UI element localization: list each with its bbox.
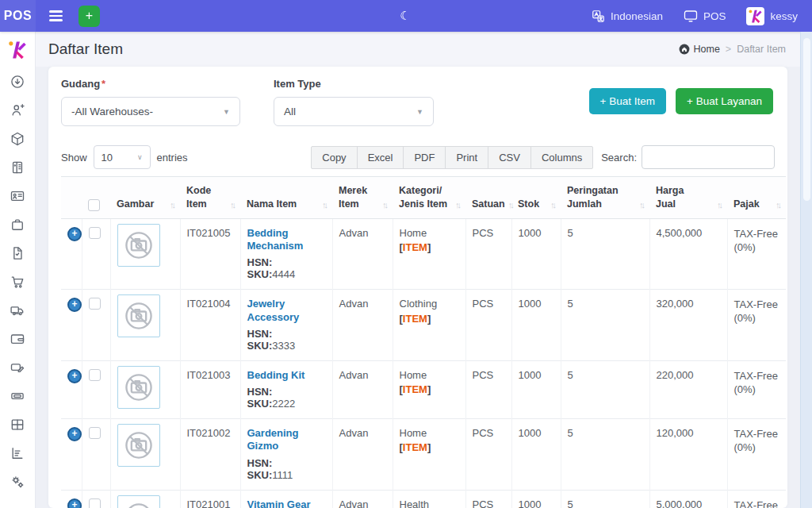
sidebar-item-tag-edit[interactable] bbox=[3, 353, 32, 382]
item-code: IT021002 bbox=[187, 427, 231, 439]
sidebar-item-document[interactable] bbox=[3, 239, 32, 267]
hamburger-menu-icon[interactable] bbox=[44, 4, 67, 28]
sidebar-item-grid[interactable] bbox=[3, 410, 32, 439]
export-csv-button[interactable]: CSV bbox=[488, 146, 531, 169]
item-sku: SKU:1111 bbox=[247, 469, 326, 482]
item-name-link[interactable]: Gardening Gizmo bbox=[247, 427, 299, 452]
item-name-link[interactable]: Jewelry Accessory bbox=[247, 298, 300, 322]
create-service-button[interactable]: + Buat Layanan bbox=[676, 88, 773, 114]
item-stock: 1000 bbox=[519, 227, 542, 239]
export-columns-button[interactable]: Columns bbox=[530, 146, 593, 169]
table-row: IT021004 Jewelry Accessory HSN: SKU:3333… bbox=[61, 290, 786, 361]
column-header[interactable]: Stok bbox=[511, 177, 561, 219]
sidebar-item-id-card[interactable] bbox=[3, 182, 32, 210]
column-header[interactable]: Harga Jual bbox=[649, 177, 727, 219]
expand-row-button[interactable] bbox=[67, 369, 82, 383]
required-asterisk: * bbox=[102, 78, 105, 90]
brand-logo[interactable]: POS bbox=[0, 0, 36, 32]
item-image-placeholder[interactable] bbox=[117, 224, 160, 267]
column-header[interactable]: Kode Item bbox=[180, 177, 240, 219]
user-add-icon bbox=[10, 102, 25, 118]
row-checkbox[interactable] bbox=[89, 498, 101, 508]
wallet-icon bbox=[10, 331, 25, 347]
sidebar-item-user-add[interactable] bbox=[3, 96, 32, 125]
row-checkbox[interactable] bbox=[89, 227, 101, 239]
item-sku: SKU:4444 bbox=[247, 268, 326, 281]
page-size-select[interactable]: 10∨ bbox=[94, 145, 151, 169]
sidebar-item-ticket[interactable] bbox=[3, 382, 32, 410]
item-unit: PCS bbox=[473, 498, 494, 508]
items-table: GambarKode ItemNama ItemMerek ItemKatego… bbox=[61, 176, 786, 508]
sort-icon bbox=[382, 197, 386, 211]
item-name-link[interactable]: Bedding Mechanism bbox=[247, 227, 304, 252]
sort-icon bbox=[322, 197, 326, 211]
item-category: Clothing bbox=[400, 298, 459, 310]
sidebar-nav bbox=[3, 67, 32, 496]
sidebar-item-truck[interactable] bbox=[3, 296, 32, 325]
id-card-icon bbox=[10, 188, 25, 204]
export-pdf-button[interactable]: PDF bbox=[403, 146, 446, 169]
export-print-button[interactable]: Print bbox=[445, 146, 488, 169]
sidebar-item-cart[interactable] bbox=[3, 267, 32, 296]
chevron-down-icon: ▼ bbox=[416, 108, 423, 116]
app-logo[interactable] bbox=[6, 39, 29, 61]
item-category: Home bbox=[400, 227, 459, 240]
item-image-placeholder[interactable] bbox=[117, 366, 160, 409]
sidebar-item-report[interactable] bbox=[3, 439, 32, 468]
no-image-icon bbox=[121, 370, 156, 405]
sort-icon bbox=[717, 197, 721, 211]
create-item-button[interactable]: + Buat Item bbox=[589, 88, 666, 114]
column-header[interactable]: Satuan bbox=[465, 177, 511, 219]
select-all-checkbox[interactable] bbox=[88, 199, 100, 211]
warehouse-select[interactable]: -All Warehouses-▼ bbox=[61, 97, 240, 126]
expand-row-button[interactable] bbox=[67, 298, 82, 312]
column-header[interactable]: Pajak bbox=[727, 177, 786, 219]
document-icon bbox=[10, 245, 25, 261]
row-checkbox[interactable] bbox=[89, 369, 101, 381]
language-switcher[interactable]: Indonesian bbox=[592, 10, 663, 23]
column-header[interactable]: Nama Item bbox=[240, 177, 332, 219]
dark-mode-toggle-icon[interactable] bbox=[393, 0, 417, 32]
sidebar-item-download-circle[interactable] bbox=[3, 67, 32, 96]
column-header[interactable]: Peringatan Jumlah bbox=[561, 177, 649, 219]
user-menu[interactable]: kessy bbox=[746, 7, 798, 25]
export-excel-button[interactable]: Excel bbox=[357, 146, 404, 169]
breadcrumb: Home > Daftar Item bbox=[679, 44, 786, 55]
sidebar-item-wallet[interactable] bbox=[3, 325, 32, 353]
pos-terminal-link[interactable]: POS bbox=[684, 10, 726, 22]
scrollbar-thumb[interactable] bbox=[803, 38, 810, 201]
item-tax: TAX-Free(0%) bbox=[727, 218, 786, 290]
quick-add-button[interactable] bbox=[79, 6, 100, 27]
table-row: IT021003 Bedding Kit HSN: SKU:2222 Advan… bbox=[61, 360, 786, 418]
item-image-placeholder[interactable] bbox=[117, 294, 160, 337]
no-image-icon bbox=[121, 298, 156, 333]
search-label: Search: bbox=[601, 152, 637, 164]
sidebar-item-bag[interactable] bbox=[3, 210, 32, 239]
item-type-select[interactable]: All▼ bbox=[274, 97, 434, 126]
row-checkbox[interactable] bbox=[89, 427, 101, 439]
column-header[interactable]: Kategori/ Jenis Item bbox=[393, 177, 465, 219]
breadcrumb-home-link[interactable]: Home bbox=[679, 44, 720, 55]
column-header[interactable]: Merek Item bbox=[332, 177, 393, 219]
expand-row-button[interactable] bbox=[67, 498, 82, 508]
sidebar-item-storefront[interactable] bbox=[3, 153, 32, 182]
language-label: Indonesian bbox=[611, 10, 663, 22]
row-checkbox[interactable] bbox=[89, 298, 101, 310]
sidebar-item-gears[interactable] bbox=[3, 468, 32, 496]
item-image-placeholder[interactable] bbox=[117, 495, 160, 508]
sidebar-item-package[interactable] bbox=[3, 125, 32, 153]
item-name-link[interactable]: Vitamin Gear bbox=[247, 498, 311, 508]
bag-icon bbox=[10, 217, 25, 233]
column-header[interactable]: Gambar bbox=[110, 177, 180, 219]
sort-icon bbox=[639, 197, 643, 211]
item-name-link[interactable]: Bedding Kit bbox=[247, 369, 305, 381]
item-stock: 1000 bbox=[519, 427, 542, 439]
expand-row-button[interactable] bbox=[67, 227, 82, 241]
item-image-placeholder[interactable] bbox=[117, 424, 160, 467]
search-input[interactable] bbox=[642, 145, 775, 169]
item-stock: 1000 bbox=[519, 298, 542, 310]
export-copy-button[interactable]: Copy bbox=[311, 146, 357, 169]
no-image-icon bbox=[121, 228, 156, 263]
expand-row-button[interactable] bbox=[67, 427, 82, 441]
chevron-down-icon: ▼ bbox=[223, 108, 230, 116]
